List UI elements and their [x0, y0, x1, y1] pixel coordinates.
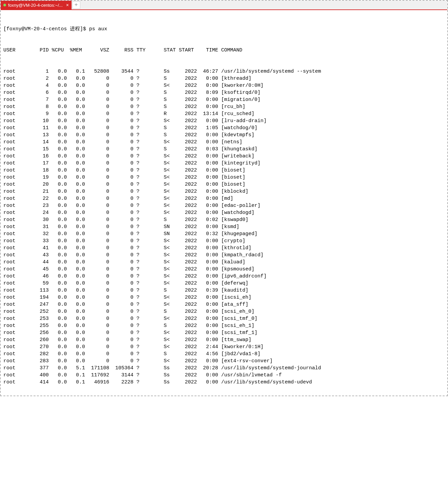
ps-row: root 377 0.0 5.1 171108 105364 ? Ss 2022… [3, 365, 445, 372]
ps-row: root 45 0.0 0.0 0 0 ? S< 2022 0:00 [kpsm… [3, 266, 445, 273]
ps-row: root 20 0.0 0.0 0 0 ? S< 2022 0:00 [bios… [3, 181, 445, 188]
ps-row: root 14 0.0 0.0 0 0 ? S< 2022 0:00 [netn… [3, 139, 445, 146]
ps-row: root 41 0.0 0.0 0 0 ? S< 2022 0:00 [kthr… [3, 245, 445, 252]
ps-rows: root 1 0.0 0.1 52808 3544 ? Ss 2022 46:2… [3, 68, 445, 386]
ps-row: root 13 0.0 0.0 0 0 ? S 2022 0:00 [kdevt… [3, 132, 445, 139]
ps-row: root 18 0.0 0.0 0 0 ? S< 2022 0:00 [bios… [3, 167, 445, 174]
ps-row: root 400 0.0 0.1 117692 3144 ? Ss 2022 0… [3, 372, 445, 379]
ps-row: root 22 0.0 0.0 0 0 ? S< 2022 0:00 [md] [3, 195, 445, 202]
ps-row: root 11 0.0 0.0 0 0 ? S 2022 1:05 [watch… [3, 124, 445, 132]
ps-row: root 46 0.0 0.0 0 0 ? S< 2022 0:00 [ipv6… [3, 273, 445, 280]
ps-row: root 44 0.0 0.0 0 0 ? S< 2022 0:00 [kalu… [3, 259, 445, 266]
ps-row: root 21 0.0 0.0 0 0 ? S< 2022 0:00 [kblo… [3, 188, 445, 195]
ps-row: root 23 0.0 0.0 0 0 ? S< 2022 0:00 [edac… [3, 202, 445, 209]
ps-row: root 59 0.0 0.0 0 0 ? S< 2022 0:00 [defe… [3, 280, 445, 287]
ps-row: root 270 0.0 0.0 0 0 ? S< 2022 2:44 [kwo… [3, 343, 445, 350]
ps-row: root 30 0.0 0.0 0 0 ? S 2022 0:02 [kswap… [3, 216, 445, 223]
ps-row: root 16 0.0 0.0 0 0 ? S< 2022 0:00 [writ… [3, 153, 445, 160]
terminal-viewport[interactable]: [foxny@VM-20-4-centos 进程]$ ps aux USER P… [1, 10, 447, 396]
ps-row: root 256 0.0 0.0 0 0 ? S< 2022 0:00 [scs… [3, 329, 445, 336]
ps-row: root 247 0.0 0.0 0 0 ? S< 2022 0:00 [ata… [3, 301, 445, 308]
ps-row: root 1 0.0 0.1 52808 3544 ? Ss 2022 46:2… [3, 68, 445, 75]
ps-row: root 260 0.0 0.0 0 0 ? S< 2022 0:00 [ttm… [3, 336, 445, 343]
ps-row: root 19 0.0 0.0 0 0 ? S< 2022 0:00 [bios… [3, 174, 445, 181]
ps-row: root 252 0.0 0.0 0 0 ? S 2022 0:00 [scsi… [3, 308, 445, 315]
ps-row: root 31 0.0 0.0 0 0 ? SN 2022 0:00 [ksmd… [3, 223, 445, 230]
ps-row: root 414 0.0 0.1 46916 2228 ? Ss 2022 0:… [3, 379, 445, 386]
new-tab-button[interactable]: + [72, 1, 80, 9]
ps-header: USER PID %CPU %MEM VSZ RSS TTY STAT STAR… [3, 47, 445, 54]
ps-row: root 113 0.0 0.0 0 0 ? S 2022 0:39 [kaud… [3, 287, 445, 294]
ps-row: root 194 0.0 0.0 0 0 ? S< 2022 0:00 [isc… [3, 294, 445, 301]
ps-row: root 24 0.0 0.0 0 0 ? S< 2022 0:00 [watc… [3, 209, 445, 216]
prompt-line: [foxny@VM-20-4-centos 进程]$ ps aux [3, 26, 445, 33]
ps-row: root 255 0.0 0.0 0 0 ? S 2022 0:00 [scsi… [3, 322, 445, 329]
ps-row: root 15 0.0 0.0 0 0 ? S 2022 0:03 [khung… [3, 146, 445, 153]
ps-row: root 253 0.0 0.0 0 0 ? S< 2022 0:00 [scs… [3, 315, 445, 322]
ps-row: root 10 0.0 0.0 0 0 ? S< 2022 0:00 [lru-… [3, 117, 445, 124]
ps-row: root 282 0.0 0.0 0 0 ? S 2022 4:56 [jbd2… [3, 350, 445, 358]
ps-row: root 9 0.0 0.0 0 0 ? R 2022 13:14 [rcu_s… [3, 110, 445, 117]
ps-row: root 283 0.0 0.0 0 0 ? S< 2022 0:00 [ext… [3, 358, 445, 365]
ps-row: root 33 0.0 0.0 0 0 ? S< 2022 0:00 [cryp… [3, 237, 445, 245]
tab-title: foxny@VM-20-4-centos:~/... [8, 3, 63, 8]
ps-row: root 6 0.0 0.0 0 0 ? S 2022 8:09 [ksofti… [3, 89, 445, 96]
ps-row: root 8 0.0 0.0 0 0 ? S 2022 0:00 [rcu_bh… [3, 103, 445, 110]
ps-row: root 32 0.0 0.0 0 0 ? SN 2022 0:32 [khug… [3, 230, 445, 237]
active-tab[interactable]: foxny@VM-20-4-centos:~/... × [1, 1, 72, 9]
ps-row: root 43 0.0 0.0 0 0 ? S< 2022 0:00 [kmpa… [3, 252, 445, 259]
status-dot-icon [3, 4, 6, 6]
ps-row: root 2 0.0 0.0 0 0 ? S 2022 0:00 [kthrea… [3, 75, 445, 82]
ps-row: root 7 0.0 0.0 0 0 ? S 2022 0:00 [migrat… [3, 96, 445, 103]
ps-row: root 17 0.0 0.0 0 0 ? S< 2022 0:00 [kint… [3, 160, 445, 167]
tab-bar: foxny@VM-20-4-centos:~/... × + [1, 1, 447, 10]
ps-row: root 4 0.0 0.0 0 0 ? S< 2022 0:00 [kwork… [3, 82, 445, 89]
close-icon[interactable]: × [66, 2, 69, 8]
